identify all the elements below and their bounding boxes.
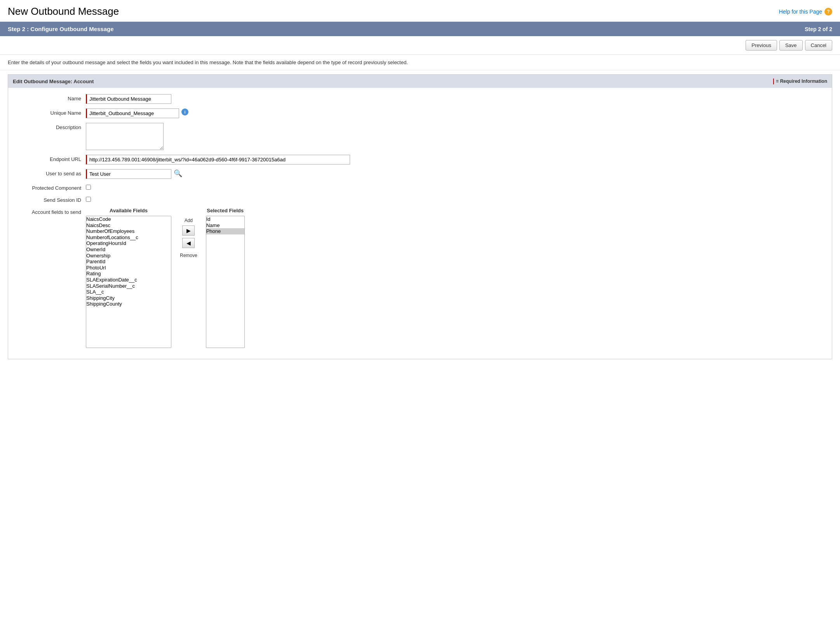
step-bar: Step 2 : Configure Outbound Message Step…: [0, 22, 840, 36]
req-marker: |: [773, 78, 774, 85]
selected-fields-listbox[interactable]: IdNamePhone: [206, 216, 245, 348]
toolbar: Previous Save Cancel: [0, 36, 840, 55]
protected-field: [86, 184, 824, 190]
send-session-row: Send Session ID: [16, 196, 824, 203]
edit-section: Edit Outbound Message: Account | = Requi…: [8, 74, 832, 359]
help-link-text: Help for this Page: [779, 9, 822, 15]
description-text: Enter the details of your outbound messa…: [0, 55, 840, 70]
name-row: Name: [16, 94, 824, 104]
help-icon: ?: [824, 8, 832, 16]
user-to-send-input[interactable]: [86, 169, 171, 179]
description-label: Description: [16, 123, 86, 130]
step-bar-indicator: Step 2 of 2: [805, 26, 832, 32]
account-fields-field: Available Fields NaicsCodeNaicsDescNumbe…: [86, 208, 824, 348]
endpoint-url-row: Endpoint URL: [16, 155, 824, 164]
name-field: [86, 94, 824, 104]
transfer-col: Add ▶ ◀ Remove: [174, 208, 204, 259]
available-fields-listbox[interactable]: NaicsCodeNaicsDescNumberOfEmployeesNumbe…: [86, 216, 171, 348]
send-session-checkbox[interactable]: [86, 197, 91, 202]
page-title: New Outbound Message: [8, 5, 119, 17]
name-input[interactable]: [86, 94, 171, 104]
selected-fields-label: Selected Fields: [207, 208, 244, 213]
unique-name-field: i: [86, 108, 824, 118]
available-fields-label: Available Fields: [110, 208, 148, 213]
protected-checkbox[interactable]: [86, 185, 91, 190]
add-button[interactable]: ▶: [182, 226, 195, 236]
account-fields-label: Account fields to send: [16, 208, 86, 215]
send-session-label: Send Session ID: [16, 196, 86, 203]
protected-label: Protected Component: [16, 184, 86, 191]
remove-button[interactable]: ◀: [182, 238, 195, 248]
unique-name-row: Unique Name i: [16, 108, 824, 118]
info-icon[interactable]: i: [181, 108, 188, 115]
user-to-send-field: 🔍: [86, 169, 824, 179]
step-bar-title: Step 2 : Configure Outbound Message: [8, 26, 114, 32]
save-button[interactable]: Save: [779, 40, 803, 51]
endpoint-url-input[interactable]: [86, 155, 350, 164]
cancel-button[interactable]: Cancel: [805, 40, 832, 51]
account-fields-row: Account fields to send Available Fields …: [16, 208, 824, 348]
user-to-send-row: User to send as 🔍: [16, 169, 824, 179]
edit-header: Edit Outbound Message: Account | = Requi…: [8, 75, 832, 88]
description-field: [86, 123, 824, 150]
page-header: New Outbound Message Help for this Page …: [0, 0, 840, 22]
required-legend: | = Required Information: [773, 78, 827, 85]
endpoint-url-label: Endpoint URL: [16, 155, 86, 162]
user-to-send-label: User to send as: [16, 169, 86, 177]
add-label: Add: [185, 218, 193, 223]
form-body: Name Unique Name i Description: [8, 88, 832, 359]
remove-label: Remove: [180, 253, 197, 258]
description-textarea[interactable]: [86, 123, 164, 150]
unique-name-label: Unique Name: [16, 108, 86, 116]
protected-row: Protected Component: [16, 184, 824, 191]
required-legend-text: = Required Information: [776, 79, 827, 84]
send-session-field: [86, 196, 824, 202]
page-wrapper: New Outbound Message Help for this Page …: [0, 0, 840, 640]
name-label: Name: [16, 94, 86, 101]
unique-name-input[interactable]: [86, 108, 179, 118]
description-row: Description: [16, 123, 824, 150]
available-fields-column: Available Fields NaicsCodeNaicsDescNumbe…: [86, 208, 171, 348]
edit-section-title: Edit Outbound Message: Account: [13, 79, 94, 84]
endpoint-url-field: [86, 155, 824, 164]
help-link[interactable]: Help for this Page ?: [779, 8, 832, 16]
lookup-icon[interactable]: 🔍: [174, 169, 182, 178]
previous-button[interactable]: Previous: [746, 40, 777, 51]
selected-fields-column: Selected Fields IdNamePhone: [206, 208, 245, 348]
